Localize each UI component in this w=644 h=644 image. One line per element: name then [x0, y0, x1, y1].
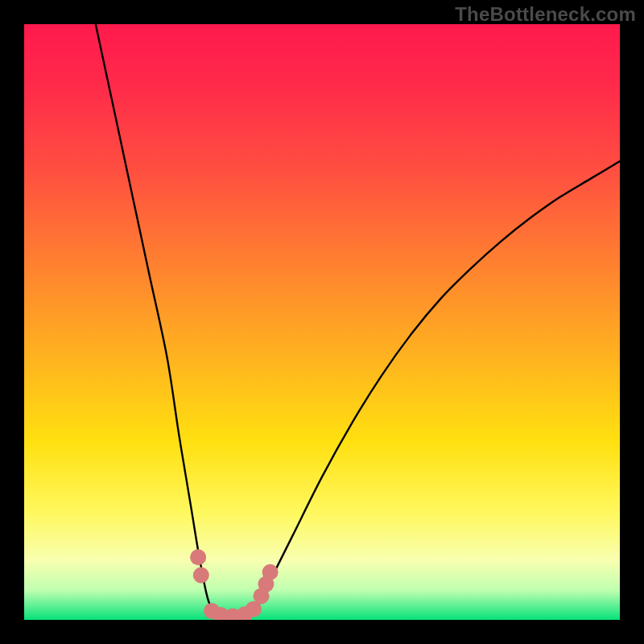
highlight-dot [190, 549, 206, 565]
highlight-dot [262, 564, 279, 580]
chart-frame: TheBottleneck.com [0, 0, 644, 644]
bottleneck-curve [96, 24, 620, 620]
watermark-text: TheBottleneck.com [455, 3, 636, 26]
highlight-dot [193, 568, 209, 584]
highlight-markers [190, 549, 279, 620]
plot-area [24, 24, 620, 620]
curve-layer [24, 24, 620, 620]
